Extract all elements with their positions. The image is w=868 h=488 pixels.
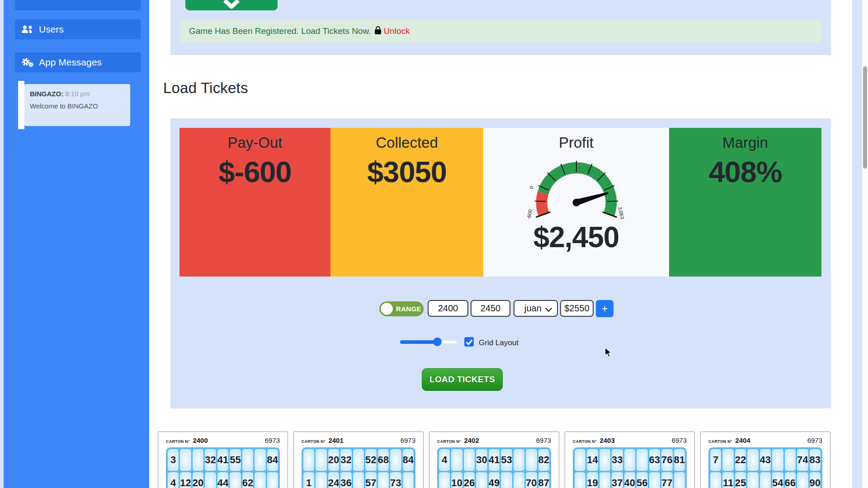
ticket-cell: 33 [612, 449, 623, 471]
ticket-cell [242, 449, 253, 471]
ticket-cell [747, 472, 758, 488]
ticket-cell: 70 [526, 472, 537, 488]
ticket-cell [526, 449, 537, 471]
ticket-cell: 56 [637, 472, 647, 488]
bingo-ticket[interactable]: CARTON N° 2402 6973 4304153821026497087 [429, 432, 559, 488]
sidebar-item-users[interactable]: Users [15, 19, 141, 39]
ticket-grid: 14336376811937405677 [573, 447, 687, 488]
ticket-cell [797, 472, 808, 488]
slider-thumb[interactable] [433, 338, 442, 346]
ticket-cell: 62 [242, 472, 253, 488]
ticket-serial: 6973 [265, 436, 280, 444]
ticket-cell [747, 449, 758, 471]
ticket-cell [514, 449, 524, 471]
ticket-cell [378, 472, 389, 488]
amount-input[interactable] [560, 300, 594, 317]
ticket-cell [180, 449, 191, 471]
toggle-knob[interactable] [381, 303, 393, 315]
grid-layout-checkbox[interactable] [464, 337, 474, 347]
ticket-cell: 20 [193, 472, 203, 488]
ticket-cell: 10 [451, 472, 462, 488]
ticket-cell [464, 449, 475, 471]
load-tickets-button[interactable]: LOAD TICKETS [422, 368, 503, 391]
app-root: Users App Messages BINGAZO:8:10 pm Welco… [0, 0, 868, 488]
sidebar: Users App Messages BINGAZO:8:10 pm Welco… [4, 0, 149, 488]
ticket-grid: 2032526884124365773 [302, 447, 415, 488]
ticket-cell: 37 [612, 472, 623, 488]
ticket-cell [303, 449, 314, 471]
lock-icon [375, 29, 381, 34]
ticket-cell [439, 472, 450, 488]
ticket-cell: 57 [365, 472, 376, 488]
ticket-cell [772, 449, 783, 471]
stat-margin: Margin 408% [669, 128, 821, 277]
ticket-cell [267, 472, 278, 488]
ticket-cell: 14 [587, 449, 598, 471]
bingo-ticket[interactable]: CARTON N° 2403 6973 14336376811937405677 [565, 432, 695, 488]
gears-icon [21, 57, 34, 68]
stat-label: Margin [669, 134, 821, 151]
ticket-cell [710, 472, 721, 488]
message-card: BINGAZO:8:10 pm Welcome to BINGAZO [24, 84, 130, 126]
sidebar-item-partial[interactable] [15, 0, 141, 10]
ticket-cell: 81 [674, 449, 685, 471]
ticket-cell [193, 449, 203, 471]
bingo-ticket[interactable]: CARTON N° 2404 6973 7224374831125546690 [700, 432, 830, 488]
ticket-number: 2400 [193, 436, 208, 444]
ticket-cell: 68 [378, 449, 389, 471]
tickets-row: CARTON N° 2400 6973 332415584412204462 C… [158, 432, 830, 488]
ticket-serial: 6973 [401, 436, 415, 444]
stat-collected: Collected $3050 [330, 128, 483, 277]
stat-label: Profit [483, 134, 669, 151]
sidebar-item-app-messages[interactable]: App Messages [15, 52, 141, 72]
ticket-cell: 41 [489, 449, 500, 471]
top-panel: Game Has Been Registered. Load Tickets N… [170, 0, 831, 55]
ticket-cell: 43 [760, 449, 771, 471]
ticket-cell [316, 472, 326, 488]
ticket-cell: 24 [328, 472, 339, 488]
chevron-down-icon [545, 305, 552, 312]
bingo-ticket[interactable]: CARTON N° 2401 6973 2032526884124365773 [293, 432, 424, 488]
ticket-cell [649, 472, 660, 488]
seller-select[interactable]: juan [514, 300, 558, 317]
ticket-cell [760, 472, 771, 488]
profit-value: $2,450 [483, 221, 669, 254]
ticket-cell: 4 [439, 449, 450, 471]
ticket-header: CARTON N° 2403 6973 [573, 436, 687, 445]
collapse-button[interactable] [185, 0, 278, 10]
ticket-cell: 30 [476, 449, 487, 471]
slider-fill [400, 340, 438, 344]
ticket-cell: 73 [390, 472, 401, 488]
profit-gauge: -600 0 3,063 [523, 152, 630, 221]
ticket-header: CARTON N° 2402 6973 [437, 436, 551, 445]
stat-label: Pay-Out [179, 134, 330, 151]
ticket-cell: 22 [735, 449, 746, 471]
ticket-cell: 55 [230, 449, 241, 471]
ticket-to-input[interactable] [471, 300, 510, 317]
ticket-from-input[interactable] [428, 300, 468, 317]
bingo-ticket[interactable]: CARTON N° 2400 6973 332415584412204462 [158, 432, 288, 488]
ticket-cell [785, 449, 796, 471]
unlock-link[interactable]: Unlock [383, 26, 410, 36]
add-range-button[interactable]: + [596, 300, 613, 317]
ticket-cell [230, 472, 241, 488]
ticket-cell: 7 [710, 449, 721, 471]
ticket-cell: 11 [722, 472, 733, 488]
size-slider[interactable] [400, 340, 458, 344]
ticket-cell: 44 [217, 472, 228, 488]
ticket-cell: 19 [587, 472, 598, 488]
message-accent-bar [18, 81, 24, 129]
ticket-cell [255, 449, 265, 471]
ticket-cell: 52 [365, 449, 376, 471]
ticket-cell [575, 472, 585, 488]
chevron-down-icon [222, 0, 241, 9]
range-toggle[interactable]: RANGE [379, 301, 424, 316]
ticket-cell: 76 [661, 449, 672, 471]
sidebar-item-label: Users [39, 24, 64, 35]
alert-text: Game Has Been Registered. Load Tickets N… [189, 26, 371, 36]
scrollbar-thumb[interactable] [863, 66, 867, 169]
ticket-label: CARTON N° [437, 439, 462, 444]
ticket-cell [722, 449, 733, 471]
ticket-cell [501, 472, 512, 488]
users-icon [21, 24, 34, 35]
